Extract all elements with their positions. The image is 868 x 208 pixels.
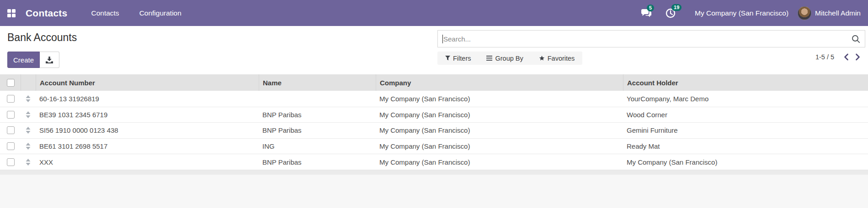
table-row[interactable]: BE61 3101 2698 5517 ING My Company (San … [0, 138, 868, 154]
cell-account-holder: My Company (San Francisco) [623, 158, 868, 166]
row-handle-cell [21, 139, 36, 154]
cell-company: My Company (San Francisco) [376, 95, 623, 103]
cell-company: My Company (San Francisco) [376, 126, 623, 134]
cell-account-holder: YourCompany, Marc Demo [623, 95, 868, 103]
drag-handle-icon[interactable] [26, 111, 31, 118]
row-select-cell [0, 107, 21, 123]
topbar-right: 5 19 My Company (San Francisco) Mitchell… [627, 6, 861, 20]
row-handle-cell [21, 91, 36, 107]
cell-company: My Company (San Francisco) [376, 158, 623, 166]
menu-item-contacts[interactable]: Contacts [90, 6, 120, 20]
cell-account-holder: Wood Corner [623, 111, 868, 119]
filter-funnel-icon [445, 56, 450, 61]
column-header-name[interactable]: Name [259, 74, 376, 91]
column-header-account-holder[interactable]: Account Holder [623, 74, 868, 91]
cell-name: BNP Paribas [259, 158, 376, 166]
row-checkbox[interactable] [7, 126, 15, 134]
control-panel: Bank Accounts Search... Create Filters [0, 26, 868, 74]
row-handle-cell [21, 123, 36, 138]
list-actions: Create [7, 52, 59, 68]
chevron-left-icon [843, 53, 849, 61]
table-row[interactable]: BE39 1031 2345 6719 BNP Paribas My Compa… [0, 107, 868, 123]
filters-button[interactable]: Filters [437, 52, 479, 65]
drag-handle-icon[interactable] [26, 127, 31, 134]
table-header-row: Account Number Name Company Account Hold… [0, 74, 868, 91]
column-header-account-number[interactable]: Account Number [36, 74, 259, 91]
cell-account-number: BE61 3101 2698 5517 [36, 142, 259, 150]
table-footer-strip [0, 170, 868, 175]
table-row[interactable]: 60-16-13 31926819 My Company (San Franci… [0, 91, 868, 107]
drag-handle-icon[interactable] [26, 159, 31, 166]
top-navbar: Contacts Contacts Configuration 5 19 My … [0, 0, 868, 26]
app-menu: Contacts Configuration [90, 6, 182, 20]
user-menu[interactable]: Mitchell Admin [815, 9, 861, 17]
export-button[interactable] [40, 52, 59, 68]
row-checkbox[interactable] [7, 95, 15, 103]
create-button[interactable]: Create [7, 52, 40, 68]
cell-name: ING [259, 142, 376, 150]
messages-count-badge: 5 [647, 5, 654, 11]
pager-next-button[interactable] [854, 52, 862, 62]
table-body: 60-16-13 31926819 My Company (San Franci… [0, 91, 868, 170]
row-checkbox[interactable] [7, 142, 15, 150]
menu-item-configuration[interactable]: Configuration [138, 6, 182, 20]
row-checkbox[interactable] [7, 111, 15, 119]
favorites-button[interactable]: Favorites [531, 52, 583, 65]
messages-button[interactable]: 5 [641, 9, 652, 18]
cell-name: BNP Paribas [259, 126, 376, 134]
cell-account-number: SI56 1910 0000 0123 438 [36, 126, 259, 134]
cell-account-holder: Gemini Furniture [623, 126, 868, 134]
search-icon[interactable] [852, 35, 860, 43]
column-header-company[interactable]: Company [376, 74, 623, 91]
handle-header-cell [21, 74, 36, 91]
table-row[interactable]: XXX BNP Paribas My Company (San Francisc… [0, 154, 868, 170]
filters-label: Filters [453, 55, 471, 62]
row-handle-cell [21, 107, 36, 123]
cell-account-number: BE39 1031 2345 6719 [36, 111, 259, 119]
select-all-cell [0, 74, 21, 91]
activities-count-badge: 19 [671, 4, 682, 11]
row-handle-cell [21, 154, 36, 170]
search-input[interactable]: Search... [437, 30, 865, 47]
apps-menu-icon[interactable] [7, 9, 16, 17]
export-download-icon [45, 56, 53, 64]
cell-name: BNP Paribas [259, 111, 376, 119]
app-brand[interactable]: Contacts [26, 8, 67, 19]
drag-handle-icon[interactable] [26, 95, 31, 102]
chevron-right-icon [855, 53, 861, 61]
cell-account-number: 60-16-13 31926819 [36, 95, 259, 103]
select-all-checkbox[interactable] [7, 79, 15, 87]
favorites-label: Favorites [548, 55, 575, 62]
table-row[interactable]: SI56 1910 0000 0123 438 BNP Paribas My C… [0, 122, 868, 138]
row-select-cell [0, 91, 21, 107]
row-select-cell [0, 154, 21, 170]
page-title: Bank Accounts [7, 31, 77, 44]
group-by-bars-icon [486, 56, 492, 61]
search-placeholder: Search... [443, 35, 471, 43]
pager: 1-5 / 5 [815, 52, 862, 62]
cell-company: My Company (San Francisco) [376, 142, 623, 150]
company-switcher[interactable]: My Company (San Francisco) [695, 9, 788, 17]
search-options-bar: Filters Group By Favorites [437, 52, 582, 65]
activities-button[interactable]: 19 [666, 8, 676, 18]
page-background [0, 175, 868, 208]
text-caret [442, 35, 443, 43]
row-select-cell [0, 123, 21, 138]
cell-account-holder: Ready Mat [623, 142, 868, 150]
cell-company: My Company (San Francisco) [376, 111, 623, 119]
row-checkbox[interactable] [7, 158, 15, 166]
row-select-cell [0, 139, 21, 154]
bank-accounts-list: Account Number Name Company Account Hold… [0, 74, 868, 208]
drag-handle-icon[interactable] [26, 143, 31, 150]
cell-account-number: XXX [36, 158, 259, 166]
pager-range: 1-5 / 5 [815, 53, 834, 61]
group-by-label: Group By [495, 55, 523, 62]
user-avatar[interactable] [798, 6, 811, 20]
favorites-star-icon [539, 55, 545, 61]
pager-previous-button[interactable] [842, 52, 850, 62]
group-by-button[interactable]: Group By [479, 52, 531, 65]
